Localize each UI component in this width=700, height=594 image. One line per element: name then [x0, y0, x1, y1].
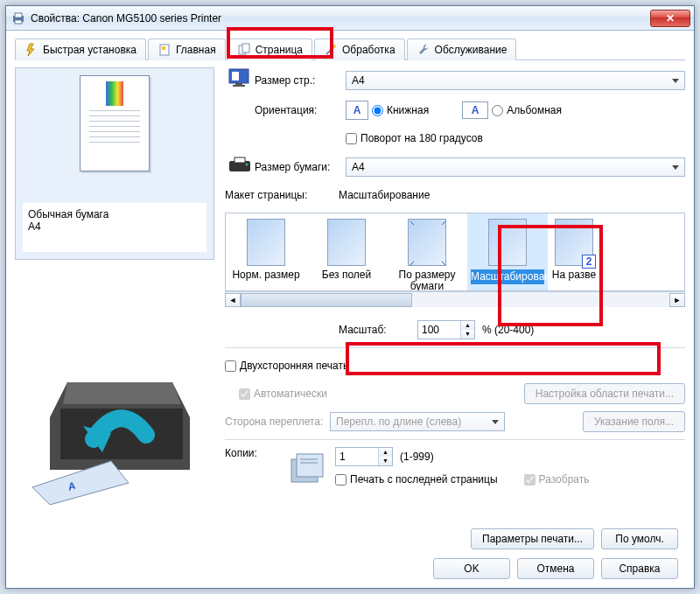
svg-line-24: [442, 262, 445, 265]
staple-side-label: Сторона переплета:: [225, 416, 330, 428]
layout-poster[interactable]: 2На разве: [548, 213, 600, 290]
scroll-left-button[interactable]: ◄: [225, 293, 241, 307]
preview-paper-type: Обычная бумага: [28, 208, 201, 220]
copies-up[interactable]: ▲: [379, 448, 392, 457]
svg-rect-19: [234, 157, 245, 163]
svg-line-23: [410, 262, 414, 265]
duplex-checkbox[interactable]: Двухсторонняя печать: [225, 360, 348, 372]
landscape-radio[interactable]: Альбомная: [492, 104, 562, 116]
copies-spinner[interactable]: ▲▼: [335, 447, 393, 466]
print-area-setup-button: Настройка области печати...: [524, 383, 685, 404]
copies-icon: [286, 447, 328, 489]
scale-range: % (20-400): [482, 324, 534, 336]
help-button[interactable]: Справка: [601, 558, 678, 579]
margin-button: Указание поля...: [583, 411, 685, 432]
tab-strip: Быстрая установка Главная Страница Обраб…: [15, 38, 685, 60]
svg-rect-1: [15, 13, 22, 17]
copies-label: Копии:: [225, 447, 286, 459]
scroll-thumb[interactable]: [241, 293, 412, 307]
tab-quick-setup[interactable]: Быстрая установка: [15, 38, 146, 60]
svg-line-21: [410, 221, 414, 225]
scale-input[interactable]: [418, 321, 460, 339]
printer-properties-dialog: Свойства: Canon MG5100 series Printer ✕ …: [5, 5, 695, 589]
paper-size-combo[interactable]: A4: [346, 157, 685, 177]
copies-range: (1-999): [400, 451, 434, 463]
tab-maintenance[interactable]: Обслуживание: [407, 38, 517, 60]
preview-info: Обычная бумага A4: [23, 203, 206, 252]
scale-up[interactable]: ▲: [461, 321, 474, 330]
pages-icon: [237, 43, 251, 57]
scale-down[interactable]: ▼: [461, 330, 474, 339]
svg-rect-17: [233, 85, 245, 87]
rotate-180-checkbox[interactable]: Поворот на 180 градусов: [346, 132, 483, 144]
svg-rect-15: [232, 72, 239, 80]
titlebar: Свойства: Canon MG5100 series Printer ✕: [6, 6, 694, 31]
orientation-label: Ориентация:: [255, 104, 346, 116]
scale-label: Масштаб:: [339, 324, 417, 336]
svg-rect-2: [15, 20, 22, 24]
printer-icon: [11, 11, 25, 25]
layout-scaled[interactable]: Масштабирование: [467, 213, 548, 290]
portrait-icon: A: [346, 101, 368, 120]
lightning-icon: [24, 43, 38, 57]
monitor-icon: [228, 67, 252, 90]
layout-scrollbar[interactable]: ◄►: [225, 291, 685, 307]
layout-value: Масштабирование: [339, 189, 430, 201]
wand-icon: [324, 43, 338, 57]
svg-line-22: [442, 221, 445, 225]
layout-normal[interactable]: Норм. размер: [226, 213, 306, 290]
scale-spinner[interactable]: ▲▼: [417, 320, 475, 339]
printer-illustration: A: [15, 356, 214, 505]
sheet-icon: [158, 43, 172, 57]
printer-small-icon: [228, 156, 252, 175]
preview-page: [80, 75, 150, 171]
svg-marker-3: [27, 44, 34, 56]
svg-line-8: [326, 47, 333, 54]
svg-point-9: [332, 45, 336, 48]
layout-borderless[interactable]: Без полей: [306, 213, 387, 290]
layout-fit-to-page[interactable]: По размеру бумаги: [387, 213, 467, 290]
tab-effects[interactable]: Обработка: [314, 38, 405, 60]
staple-side-combo: Перепл. по длине (слева): [330, 412, 505, 431]
svg-point-20: [246, 164, 248, 166]
copies-down[interactable]: ▼: [379, 457, 392, 465]
landscape-icon: A: [462, 101, 488, 119]
auto-duplex-checkbox: Автоматически: [239, 388, 327, 400]
layout-label: Макет страницы:: [225, 189, 339, 201]
close-button[interactable]: ✕: [650, 10, 690, 27]
print-from-last-checkbox[interactable]: Печать с последней страницы: [335, 473, 498, 486]
scroll-right-button[interactable]: ►: [669, 293, 685, 307]
preview-paper-size: A4: [28, 220, 201, 233]
tab-page-setup[interactable]: Страница: [228, 38, 312, 60]
svg-rect-7: [242, 44, 249, 52]
layout-picker[interactable]: Норм. размер Без полей По размеру бумаги…: [225, 213, 685, 291]
cancel-button[interactable]: Отмена: [517, 558, 594, 579]
portrait-radio[interactable]: Книжная: [372, 104, 429, 116]
svg-rect-26: [297, 454, 323, 477]
copies-input[interactable]: [336, 448, 378, 465]
tab-main[interactable]: Главная: [148, 38, 226, 60]
window-title: Свойства: Canon MG5100 series Printer: [31, 12, 650, 24]
collate-checkbox: Разобрать: [524, 473, 590, 486]
wrench-icon: [416, 43, 430, 57]
svg-rect-16: [235, 83, 242, 85]
print-options-button[interactable]: Параметры печати...: [471, 528, 594, 549]
page-preview: Обычная бумага A4: [15, 67, 214, 260]
ok-button[interactable]: OK: [433, 558, 510, 579]
svg-rect-5: [162, 46, 165, 50]
paper-size-label: Размер бумаги:: [255, 161, 346, 173]
page-size-label: Размер стр.:: [255, 74, 346, 87]
page-size-combo[interactable]: A4: [346, 71, 685, 90]
defaults-button[interactable]: По умолч.: [601, 528, 678, 549]
